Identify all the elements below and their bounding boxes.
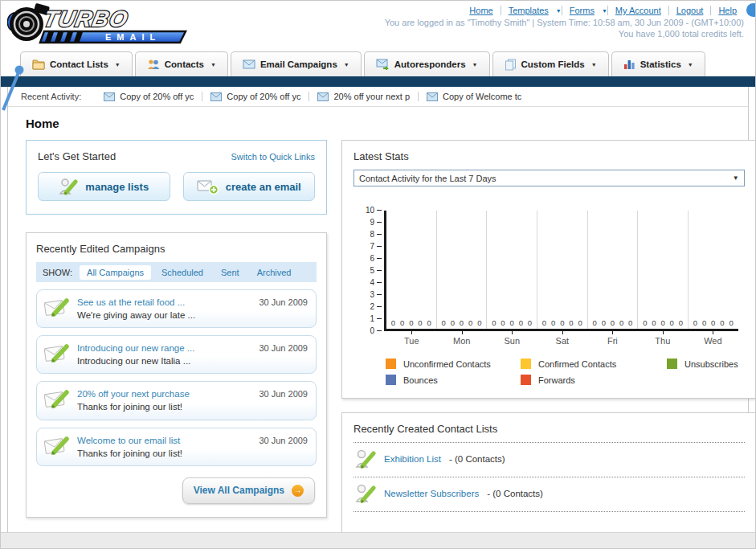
- tab-contacts[interactable]: Contacts▼: [135, 51, 228, 76]
- chart-value-label: 0: [468, 318, 472, 327]
- legend-item: Unsubscribes: [667, 358, 738, 369]
- chart-value-labels: 00000: [588, 318, 638, 327]
- view-all-campaigns-button[interactable]: View All Campaigns →: [182, 477, 315, 504]
- chart-value-label: 0: [592, 318, 596, 327]
- chart-y-tick: 2: [358, 302, 374, 311]
- campaign-date: 30 Jun 2009: [259, 343, 308, 367]
- chart-y-tick-mark: [377, 294, 382, 295]
- legend-item: Bounces: [386, 375, 521, 385]
- contact-list-link[interactable]: Newsletter Subscribers: [384, 489, 479, 498]
- chart-value-label: 0: [560, 318, 564, 327]
- recent-activity-label: Recent Activity:: [21, 92, 81, 101]
- chart-day-label: Tue: [386, 331, 437, 346]
- statistics-icon: [623, 59, 635, 70]
- chart-y-tick: 8: [358, 230, 374, 239]
- legend-item: Unconfirmed Contacts: [386, 358, 521, 369]
- campaign-title-link[interactable]: Welcome to our email list: [77, 434, 252, 447]
- chart-y-tick-mark: [377, 270, 382, 271]
- chart-value-label: 0: [492, 318, 496, 327]
- chart-y-tick: 7: [358, 242, 374, 251]
- contact-activity-chart: 109876543210 000000000000000000000000000…: [358, 211, 738, 385]
- show-label: SHOW:: [43, 268, 72, 277]
- legend-label: Unsubscribes: [684, 359, 738, 369]
- campaigns-filter-tab-archived[interactable]: Archived: [250, 265, 299, 280]
- tab-email-campaigns[interactable]: Email Campaigns▼: [231, 51, 362, 76]
- top-link-templates[interactable]: Templates: [501, 6, 556, 15]
- contact-list-item: Newsletter Subscribers - (0 Contacts): [353, 477, 745, 512]
- top-link-help[interactable]: Help: [711, 6, 744, 15]
- turbo-email-logo: TURBO EMAIL: [7, 3, 194, 48]
- legend-swatch: [521, 358, 531, 369]
- chart-day-label: Thu: [638, 331, 689, 346]
- top-link-my-account[interactable]: My Account: [608, 6, 668, 15]
- recent-activity-items: Copy of 20% off ycCopy of 20% off yc20% …: [96, 87, 529, 106]
- chart-value-label: 0: [418, 318, 422, 327]
- chart-value-label: 0: [578, 318, 582, 327]
- top-nav: HomeTemplates▼Forms▼My AccountLogoutHelp: [462, 6, 744, 15]
- chart-value-label: 0: [711, 318, 715, 327]
- tab-autoresponders[interactable]: Autoresponders▼: [364, 51, 490, 76]
- envelope-icon: [427, 92, 438, 101]
- chart-value-labels: 00000: [386, 318, 436, 327]
- chart-value-label: 0: [391, 318, 395, 327]
- recent-activity-item[interactable]: Copy of 20% off yc: [96, 92, 202, 101]
- chart-plot-area: 109876543210 000000000000000000000000000…: [384, 211, 738, 331]
- manage-lists-button[interactable]: manage lists: [38, 172, 170, 201]
- chart-y-tick: 4: [358, 278, 374, 287]
- main-nav-tabs: Contact Lists▼ Contacts▼ Email Campaigns…: [20, 51, 705, 76]
- tab-statistics[interactable]: Statistics▼: [611, 51, 705, 76]
- logo-subtitle: EMAIL: [105, 32, 161, 42]
- chart-value-label: 0: [602, 318, 606, 327]
- recent-activity-item[interactable]: 20% off your next p: [309, 92, 418, 101]
- recent-activity-bar: Recent Activity: Copy of 20% off ycCopy …: [8, 87, 748, 107]
- navy-divider-bar: [1, 76, 755, 87]
- main-content: Recent Activity: Copy of 20% off ycCopy …: [7, 87, 749, 533]
- recent-activity-item[interactable]: Copy of 20% off yc: [202, 92, 309, 101]
- chart-value-label: 0: [569, 318, 573, 327]
- campaigns-panel-title: Recently Edited Campaigns: [36, 243, 317, 255]
- top-link-home[interactable]: Home: [462, 6, 500, 15]
- chart-y-tick-mark: [377, 246, 382, 247]
- chart-day-label: Wed: [688, 331, 738, 346]
- envelope-icon: [317, 92, 329, 101]
- contact-list-link[interactable]: Exhibition List: [384, 454, 441, 464]
- login-info: You are logged in as "Timothy Smith" | S…: [385, 18, 744, 27]
- contact-list-icon: [355, 483, 376, 504]
- arrow-right-icon: →: [292, 485, 304, 497]
- switch-quick-links-link[interactable]: Switch to Quick Links: [231, 152, 315, 162]
- chart-y-tick: 10: [358, 206, 374, 215]
- folder-icon: [32, 59, 45, 70]
- chart-day-group: 00000: [588, 211, 639, 329]
- campaign-item: See us at the retail food ...We're givin…: [36, 289, 317, 328]
- recently-edited-campaigns-panel: Recently Edited Campaigns SHOW: All Camp…: [26, 232, 327, 518]
- campaign-title-link[interactable]: 20% off your next purchase: [77, 387, 252, 400]
- envelope-icon: [210, 92, 222, 101]
- chart-y-tick: 6: [358, 254, 374, 263]
- footer-strip: [1, 532, 755, 548]
- recent-activity-item[interactable]: Copy of Welcome tc: [418, 92, 529, 101]
- chart-value-labels: 00000: [487, 318, 537, 327]
- create-email-button[interactable]: create an email: [183, 172, 316, 201]
- campaigns-filter-tab-scheduled[interactable]: Scheduled: [154, 265, 210, 280]
- manage-lists-icon: [59, 178, 78, 195]
- recent-activity-item-label: Copy of 20% off yc: [120, 92, 194, 101]
- top-link-logout[interactable]: Logout: [669, 6, 711, 15]
- campaign-date: 30 Jun 2009: [259, 436, 308, 460]
- chart-y-tick: 9: [358, 218, 374, 227]
- campaigns-filter-tab-sent[interactable]: Sent: [214, 265, 247, 280]
- legend-item: Forwards: [521, 375, 667, 385]
- campaign-title-link[interactable]: Introducing our new range ...: [77, 342, 252, 354]
- campaigns-filter-tab-all-campaigns[interactable]: All Campaigns: [80, 265, 151, 280]
- corner-decoration: [746, 3, 756, 17]
- tab-custom-fields[interactable]: Custom Fields▼: [492, 51, 609, 76]
- stats-dropdown[interactable]: Contact Activity for the Last 7 Days ▼: [353, 170, 745, 186]
- stats-panel-title: Latest Stats: [353, 150, 745, 162]
- chart-y-tick-mark: [377, 210, 382, 211]
- top-link-forms[interactable]: Forms: [562, 6, 602, 15]
- campaign-title-link[interactable]: See us at the retail food ...: [77, 296, 252, 309]
- chart-value-label: 0: [409, 318, 413, 327]
- tab-contact-lists[interactable]: Contact Lists▼: [20, 51, 133, 76]
- chevron-down-icon: ▼: [688, 62, 693, 68]
- campaign-item: 20% off your next purchaseThanks for joi…: [36, 381, 317, 420]
- chart-day-group: 00000: [537, 211, 588, 329]
